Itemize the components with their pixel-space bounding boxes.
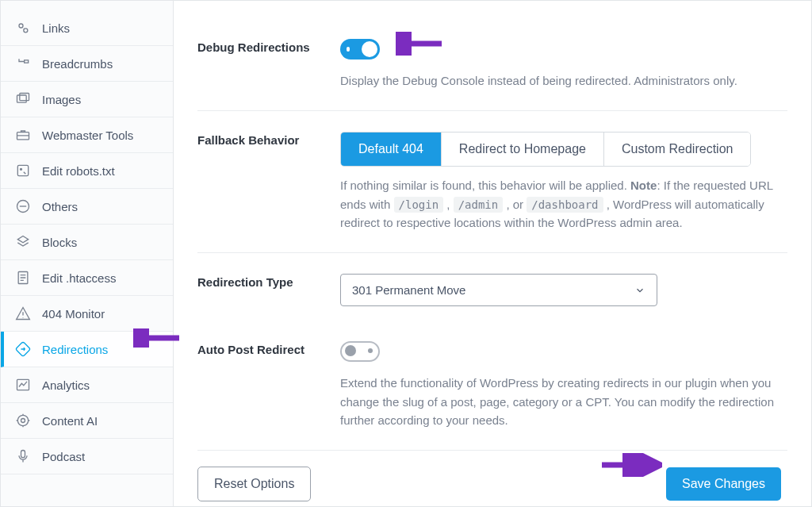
fallback-default-404-button[interactable]: Default 404 xyxy=(341,133,442,166)
sidebar-item-label: Links xyxy=(42,21,70,35)
svg-point-1 xyxy=(24,29,28,33)
svg-point-7 xyxy=(21,168,22,170)
code-admin: /admin xyxy=(454,197,504,213)
setting-description: If nothing similar is found, this behavi… xyxy=(340,176,787,232)
sidebar-item-label: Others xyxy=(42,200,78,213)
note-label: Note xyxy=(630,179,657,192)
svg-point-13 xyxy=(21,419,25,423)
fallback-options-group: Default 404 Redirect to Homepage Custom … xyxy=(340,132,751,167)
fallback-custom-redirection-button[interactable]: Custom Redirection xyxy=(604,133,751,166)
redirection-type-select[interactable]: 301 Permanent Move xyxy=(340,274,657,306)
code-dashboard: /dashboard xyxy=(527,197,603,213)
sidebar-item-label: 404 Monitor xyxy=(42,307,105,321)
sidebar-item-blocks[interactable]: Blocks xyxy=(1,225,173,260)
save-changes-button[interactable]: Save Changes xyxy=(666,467,781,501)
sidebar-item-links[interactable]: Links xyxy=(1,10,173,46)
section-debug-redirections: Debug Redirections Display the Debug Con… xyxy=(197,25,787,111)
svg-rect-2 xyxy=(25,60,29,63)
sidebar-item-podcast[interactable]: Podcast xyxy=(1,439,173,474)
sidebar-item-label: Podcast xyxy=(42,450,85,463)
chevron-down-icon xyxy=(634,285,645,296)
sidebar-item-label: Blocks xyxy=(42,236,77,249)
setting-label: Redirection Type xyxy=(197,275,340,289)
settings-panel: Links Breadcrumbs Images Webmaster Tools… xyxy=(0,0,812,507)
analytics-icon xyxy=(15,377,31,393)
toolbox-icon xyxy=(15,127,31,143)
section-fallback-behavior: Fallback Behavior Default 404 Redirect t… xyxy=(197,111,787,253)
sidebar-item-404-monitor[interactable]: 404 Monitor xyxy=(1,296,173,332)
links-icon xyxy=(15,20,31,36)
sidebar-item-label: Analytics xyxy=(42,378,90,392)
images-icon xyxy=(15,91,31,107)
sidebar-item-edit-robots[interactable]: Edit robots.txt xyxy=(1,153,173,189)
select-value: 301 Permanent Move xyxy=(352,283,465,297)
section-redirection-type: Redirection Type 301 Permanent Move xyxy=(197,253,787,327)
auto-post-redirect-toggle[interactable] xyxy=(340,341,380,362)
sidebar: Links Breadcrumbs Images Webmaster Tools… xyxy=(1,1,174,506)
sidebar-item-webmaster-tools[interactable]: Webmaster Tools xyxy=(1,117,173,153)
sidebar-item-redirections[interactable]: Redirections xyxy=(1,332,173,367)
robots-icon xyxy=(15,163,31,179)
debug-redirections-toggle[interactable] xyxy=(340,39,380,60)
setting-description: Display the Debug Console instead of bei… xyxy=(340,71,787,90)
setting-description: Extend the functionality of WordPress by… xyxy=(340,374,787,429)
svg-rect-6 xyxy=(17,165,28,175)
sidebar-item-images[interactable]: Images xyxy=(1,82,173,117)
setting-label: Fallback Behavior xyxy=(197,133,340,147)
section-auto-post-redirect: Auto Post Redirect Extend the functional… xyxy=(197,327,787,450)
sidebar-item-breadcrumbs[interactable]: Breadcrumbs xyxy=(1,46,173,82)
footer-actions: Reset Options Save Changes xyxy=(197,450,787,507)
ai-icon xyxy=(15,413,31,428)
others-icon xyxy=(15,198,31,214)
podcast-icon xyxy=(15,448,31,464)
sidebar-item-label: Redirections xyxy=(42,343,108,356)
reset-options-button[interactable]: Reset Options xyxy=(197,467,311,501)
svg-rect-14 xyxy=(21,451,25,458)
setting-label: Debug Redirections xyxy=(197,40,340,54)
sidebar-item-edit-htaccess[interactable]: Edit .htaccess xyxy=(1,260,173,296)
blocks-icon xyxy=(15,234,31,250)
svg-point-12 xyxy=(17,415,28,425)
file-icon xyxy=(15,270,31,286)
main-content: Debug Redirections Display the Debug Con… xyxy=(174,1,811,506)
description-text: If nothing similar is found, this behavi… xyxy=(340,179,630,192)
sidebar-item-label: Breadcrumbs xyxy=(42,57,113,71)
code-login: /login xyxy=(394,197,444,213)
sidebar-item-analytics[interactable]: Analytics xyxy=(1,367,173,403)
sidebar-item-label: Images xyxy=(42,93,81,106)
sidebar-item-label: Edit .htaccess xyxy=(42,271,116,285)
svg-rect-4 xyxy=(20,94,29,101)
breadcrumbs-icon xyxy=(15,56,31,71)
sidebar-item-others[interactable]: Others xyxy=(1,189,173,225)
setting-label: Auto Post Redirect xyxy=(197,343,340,356)
sidebar-item-content-ai[interactable]: Content AI xyxy=(1,403,173,439)
svg-rect-3 xyxy=(17,95,27,102)
sidebar-item-label: Content AI xyxy=(42,414,98,428)
redirections-icon xyxy=(15,341,31,357)
sidebar-item-label: Edit robots.txt xyxy=(42,164,115,178)
warning-icon xyxy=(15,305,31,321)
description-text: , or xyxy=(503,198,527,211)
sidebar-item-label: Webmaster Tools xyxy=(42,129,133,142)
fallback-redirect-homepage-button[interactable]: Redirect to Homepage xyxy=(442,133,604,166)
